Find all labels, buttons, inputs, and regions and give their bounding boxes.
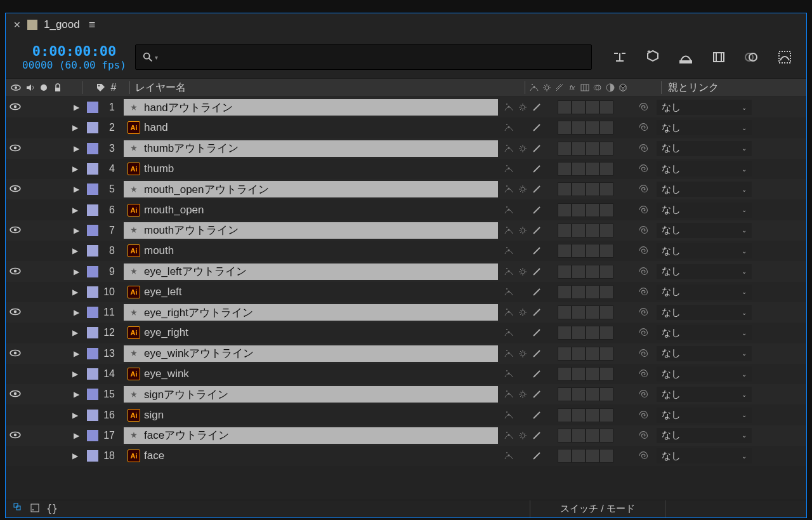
adjustment-switch[interactable] bbox=[586, 408, 599, 422]
layer-name-cell[interactable]: ★mouth_openアウトライン bbox=[124, 181, 498, 197]
collapse-switch[interactable] bbox=[516, 142, 530, 156]
label-color[interactable] bbox=[87, 410, 98, 421]
label-color[interactable] bbox=[87, 450, 98, 462]
layer-name-cell[interactable]: Aieye_right bbox=[124, 324, 498, 341]
fx-switch[interactable] bbox=[544, 285, 558, 299]
layer-name-cell[interactable]: Aihand bbox=[124, 119, 498, 136]
adjustment-switch-icon[interactable] bbox=[605, 83, 615, 93]
shy-switch[interactable] bbox=[502, 449, 516, 463]
parent-dropdown[interactable]: なし⌄ bbox=[657, 305, 752, 320]
shy-switch[interactable] bbox=[502, 265, 516, 279]
visibility-toggle[interactable] bbox=[10, 388, 22, 401]
fx-switch[interactable] bbox=[544, 347, 558, 361]
layer-name-cell[interactable]: Aimouth_open bbox=[124, 202, 498, 218]
pickwhip-icon[interactable] bbox=[639, 327, 650, 338]
collapse-switch[interactable] bbox=[516, 305, 530, 319]
adjustment-switch[interactable] bbox=[586, 121, 599, 135]
visibility-toggle[interactable] bbox=[10, 429, 22, 442]
motion-blur-icon[interactable] bbox=[744, 50, 759, 65]
parent-dropdown[interactable]: なし⌄ bbox=[657, 223, 752, 238]
parent-col-label[interactable]: 親とリンク bbox=[668, 82, 719, 93]
adjustment-switch[interactable] bbox=[586, 367, 599, 381]
quality-switch[interactable] bbox=[530, 326, 544, 340]
layer-row[interactable]: ▶3★thumbアウトラインなし⌄ bbox=[6, 138, 806, 159]
label-color[interactable] bbox=[87, 245, 98, 257]
3d-switch[interactable] bbox=[599, 203, 613, 217]
pickwhip-icon[interactable] bbox=[639, 307, 650, 318]
pickwhip-icon[interactable] bbox=[639, 389, 650, 400]
frame-blend-icon[interactable] bbox=[711, 50, 726, 65]
quality-switch[interactable] bbox=[530, 265, 544, 279]
twirl-icon[interactable]: ▶ bbox=[69, 246, 81, 255]
comp-color-chip[interactable] bbox=[27, 20, 37, 30]
collapse-switch[interactable] bbox=[516, 162, 530, 176]
layer-row[interactable]: ▶10Aieye_leftなし⌄ bbox=[6, 282, 806, 302]
layer-name-cell[interactable]: Aimouth bbox=[124, 243, 498, 259]
quality-switch-icon[interactable] bbox=[554, 83, 565, 93]
layer-row[interactable]: ▶17★faceアウトラインなし⌄ bbox=[6, 425, 806, 446]
fx-switch[interactable] bbox=[544, 244, 558, 258]
layer-row[interactable]: ▶12Aieye_rightなし⌄ bbox=[6, 323, 806, 343]
layer-name-col-label[interactable]: レイヤー名 bbox=[135, 81, 186, 95]
3d-switch[interactable] bbox=[599, 326, 613, 340]
layer-name-cell[interactable]: ★faceアウトライン bbox=[124, 427, 498, 444]
collapse-switch[interactable] bbox=[516, 326, 530, 340]
3d-switch[interactable] bbox=[599, 367, 613, 381]
adjustment-switch[interactable] bbox=[586, 265, 599, 279]
motionblur-switch[interactable] bbox=[572, 265, 586, 279]
quality-switch[interactable] bbox=[530, 223, 544, 237]
layer-name-cell[interactable]: ★signアウトライン bbox=[124, 386, 498, 403]
pickwhip-icon[interactable] bbox=[639, 122, 650, 133]
fx-switch[interactable] bbox=[544, 100, 558, 114]
quality-switch[interactable] bbox=[530, 244, 544, 258]
twirl-icon[interactable]: ▶ bbox=[71, 267, 82, 276]
adjustment-switch[interactable] bbox=[586, 305, 599, 319]
parent-dropdown[interactable]: なし⌄ bbox=[657, 366, 752, 382]
twirl-icon[interactable]: ▶ bbox=[69, 123, 81, 132]
frameblend-switch[interactable] bbox=[558, 142, 572, 156]
layer-name-cell[interactable]: ★eye_rightアウトライン bbox=[124, 304, 498, 321]
adjustment-switch[interactable] bbox=[586, 244, 599, 258]
parent-dropdown[interactable]: なし⌄ bbox=[657, 408, 752, 423]
tab-menu-icon[interactable]: ≡ bbox=[89, 18, 96, 32]
motionblur-switch[interactable] bbox=[572, 408, 586, 422]
collapse-switch[interactable] bbox=[516, 223, 530, 237]
layer-row[interactable]: ▶5★mouth_openアウトラインなし⌄ bbox=[6, 179, 806, 199]
pickwhip-icon[interactable] bbox=[639, 450, 650, 462]
twirl-icon[interactable]: ▶ bbox=[71, 185, 82, 194]
parent-dropdown[interactable]: なし⌄ bbox=[657, 100, 752, 115]
twirl-icon[interactable]: ▶ bbox=[69, 164, 81, 173]
frameblend-switch-icon[interactable] bbox=[580, 83, 590, 93]
3d-switch[interactable] bbox=[599, 162, 613, 176]
quality-switch[interactable] bbox=[530, 347, 544, 361]
collapse-switch[interactable] bbox=[516, 408, 530, 422]
motionblur-switch[interactable] bbox=[572, 429, 586, 443]
collapse-switch[interactable] bbox=[516, 203, 530, 217]
3d-switch[interactable] bbox=[599, 429, 613, 443]
layer-row[interactable]: ▶16Aisignなし⌄ bbox=[6, 404, 806, 425]
adjustment-switch[interactable] bbox=[586, 429, 599, 443]
fx-switch[interactable] bbox=[544, 387, 558, 401]
layer-row[interactable]: ▶4Aithumbなし⌄ bbox=[6, 159, 806, 179]
pickwhip-icon[interactable] bbox=[639, 430, 650, 441]
collapse-switch[interactable] bbox=[516, 429, 530, 443]
fx-switch[interactable] bbox=[544, 367, 558, 381]
motionblur-switch[interactable] bbox=[572, 449, 586, 463]
adjustment-switch[interactable] bbox=[586, 100, 599, 114]
frameblend-switch[interactable] bbox=[558, 223, 572, 237]
tab-title[interactable]: 1_good bbox=[44, 18, 80, 31]
frameblend-switch[interactable] bbox=[558, 162, 572, 176]
3d-switch[interactable] bbox=[599, 244, 613, 258]
parent-dropdown[interactable]: なし⌄ bbox=[657, 243, 752, 258]
motionblur-switch[interactable] bbox=[572, 100, 586, 114]
fx-switch[interactable] bbox=[544, 408, 558, 422]
layer-name-cell[interactable]: ★thumbアウトライン bbox=[124, 140, 498, 157]
layer-name-cell[interactable]: ★eye_winkアウトライン bbox=[124, 345, 498, 362]
shy-switch[interactable] bbox=[502, 162, 516, 176]
parent-dropdown[interactable]: なし⌄ bbox=[657, 203, 752, 218]
visibility-toggle[interactable] bbox=[10, 101, 22, 114]
label-color[interactable] bbox=[87, 286, 98, 298]
motionblur-switch[interactable] bbox=[572, 285, 586, 299]
twirl-icon[interactable]: ▶ bbox=[69, 411, 81, 420]
adjustment-switch[interactable] bbox=[586, 182, 599, 196]
